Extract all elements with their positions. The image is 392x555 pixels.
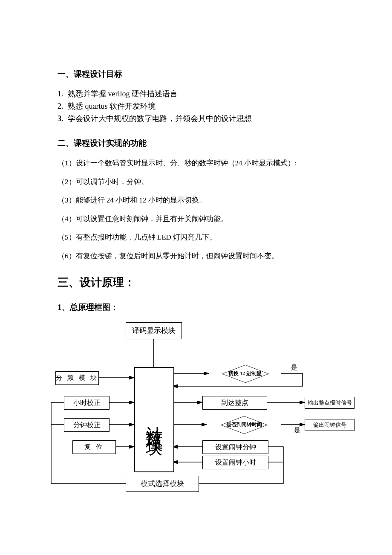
switch-12-diamond: 切换 12 进制显 xyxy=(209,361,281,386)
yes-label-2: 是 xyxy=(294,425,300,435)
min-adjust-box: 分钟校正 xyxy=(64,418,110,432)
freq-div-box: 分 频 模 块 xyxy=(55,371,99,385)
goal-item: 1.熟悉并掌握 verilog 硬件描述语言 xyxy=(58,88,334,100)
reset-box: 复 位 xyxy=(72,440,116,454)
section1-title: 一、课程设计目标 xyxy=(58,68,334,81)
goal-item: 3.学会设计大中规模的数字电路，并领会其中的设计思想 xyxy=(58,113,334,124)
hour-adjust-box: 小时校正 xyxy=(64,396,110,410)
mode-select-box: 模式选择模块 xyxy=(126,476,199,492)
function-item: （2）可以调节小时，分钟。 xyxy=(58,176,334,188)
document-page: 一、课程设计目标 1.熟悉并掌握 verilog 硬件描述语言 2.熟悉 qua… xyxy=(0,0,392,518)
alarm-check-diamond: 是否到闹钟时间 xyxy=(207,413,281,436)
section3-title: 三、设计原理： xyxy=(58,274,334,291)
on-hour-box: 到达整点 xyxy=(202,396,267,410)
set-alarm-min-box: 设置闹钟分钟 xyxy=(202,440,268,454)
function-item: （4）可以设置任意时刻闹钟，并且有开关闹钟功能。 xyxy=(58,214,334,225)
functions-list: （1）设计一个数码管实时显示时、分、秒的数字时钟（24 小时显示模式）; （2）… xyxy=(58,158,334,261)
set-alarm-hour-box: 设置闹钟小时 xyxy=(202,456,268,469)
function-item: （5）有整点报时功能，几点钟 LED 灯闪亮几下。 xyxy=(58,232,334,243)
section2-title: 二、课程设计实现的功能 xyxy=(58,137,334,150)
goal-item: 2.熟悉 quartus 软件开发环境 xyxy=(58,101,334,112)
function-item: （1）设计一个数码管实时显示时、分、秒的数字时钟（24 小时显示模式）; xyxy=(58,158,334,169)
yes-label-1: 是 xyxy=(291,363,297,373)
counter-module-box: 计数模块 xyxy=(134,367,174,472)
output-alarm-signal-box: 输出闹钟信号 xyxy=(305,419,355,431)
decode-display-box: 译码显示模块 xyxy=(126,322,182,339)
goals-list: 1.熟悉并掌握 verilog 硬件描述语言 2.熟悉 quartus 软件开发… xyxy=(58,88,334,124)
block-diagram: 译码显示模块 计数模块 分 频 模 块 小时校正 分钟校正 复 位 切换 12 … xyxy=(43,318,354,493)
function-item: （6）有复位按键，复位后时间从零开始计时，但闹钟设置时间不变。 xyxy=(58,251,334,262)
function-item: （3）能够进行 24 小时和 12 小时的显示切换。 xyxy=(58,195,334,206)
section3-subtitle: 1、总原理框图： xyxy=(58,301,334,314)
output-hour-signal-box: 输出整点报时信号 xyxy=(305,397,355,409)
